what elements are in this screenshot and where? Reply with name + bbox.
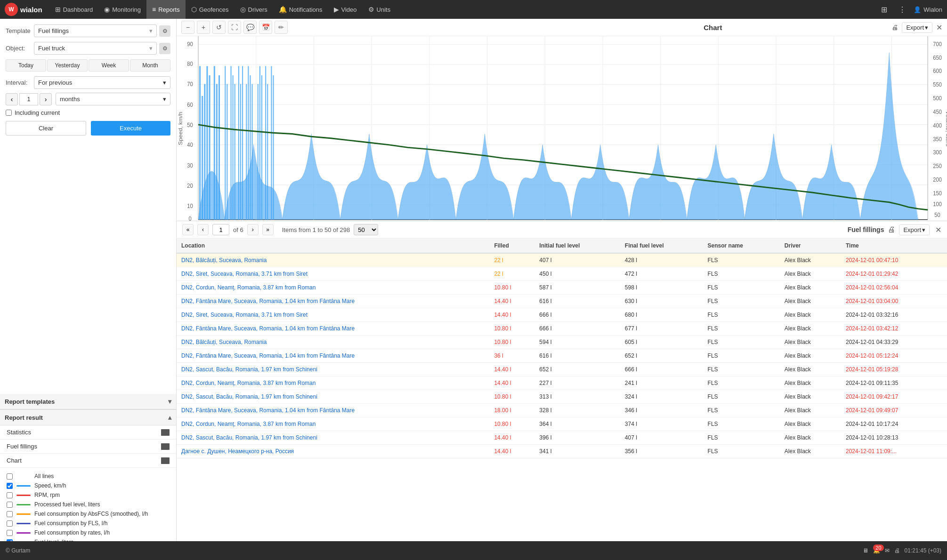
- per-page-select[interactable]: 50 25 100: [354, 224, 378, 235]
- interval-select[interactable]: For previous ▾: [34, 76, 170, 89]
- nav-item-reports[interactable]: ≡Reports: [146, 0, 186, 19]
- date-btn-month[interactable]: Month: [130, 59, 170, 72]
- legend-checkbox[interactable]: [7, 511, 13, 517]
- object-select[interactable]: Fuel truck ▾: [34, 42, 157, 55]
- table-export-btn[interactable]: Export ▾: [899, 224, 930, 235]
- edit-btn[interactable]: ✏: [275, 21, 288, 34]
- last-page-btn[interactable]: »: [262, 224, 274, 235]
- report-result-header[interactable]: Report result ▴: [0, 410, 176, 425]
- legend-line: [16, 513, 31, 515]
- first-page-btn[interactable]: «: [182, 224, 194, 235]
- including-current-checkbox[interactable]: [6, 110, 12, 116]
- legend-item-fuel-consumption-by-absfcs--smoothed---l-h: Fuel consumption by AbsFCS (smoothed), l…: [7, 509, 170, 519]
- result-item-chart[interactable]: Chart: [0, 454, 176, 468]
- cell-driver: Alex Black: [780, 253, 841, 267]
- current-page-input[interactable]: [212, 224, 229, 235]
- user-menu[interactable]: 👤 Wialon: [914, 6, 942, 13]
- cell-location[interactable]: DN2, Bălcăuți, Suceava, Romania: [177, 253, 489, 267]
- cell-location[interactable]: DN2, Bălcăuți, Suceava, Romania: [177, 336, 489, 349]
- cell-location[interactable]: DN2, Cordun, Neamț, Romania, 3.87 km fro…: [177, 281, 489, 295]
- period-select[interactable]: months ▾: [56, 93, 170, 105]
- cell-location[interactable]: DN2, Cordun, Neamț, Romania, 3.87 km fro…: [177, 417, 489, 431]
- prev-page-btn[interactable]: ‹: [197, 224, 209, 235]
- comment-btn[interactable]: 💬: [243, 21, 257, 34]
- cell-location[interactable]: Дагное с. Душен, Неамецкого р-на, Россия: [177, 445, 489, 458]
- legend-checkbox[interactable]: [7, 492, 13, 498]
- cell-location[interactable]: DN2, Fântâna Mare, Suceava, Romania, 1.0…: [177, 404, 489, 417]
- cell-location[interactable]: DN2, Fântâna Mare, Suceava, Romania, 1.0…: [177, 295, 489, 308]
- cell-time: 2024-12-01 09:49:07: [841, 404, 947, 417]
- date-btn-week[interactable]: Week: [89, 59, 129, 72]
- cell-location[interactable]: DN2, Siret, Suceava, Romania, 3.71 km fr…: [177, 308, 489, 322]
- chart-print-btn[interactable]: 🖨: [891, 24, 898, 31]
- cell-location[interactable]: DN2, Sascut, Bacău, Romania, 1.97 km fro…: [177, 390, 489, 404]
- zoom-in-btn[interactable]: +: [197, 21, 210, 34]
- cell-filled: 10.80 l: [489, 390, 534, 404]
- cell-time: 2024-12-01 11:09:...: [841, 445, 947, 458]
- legend-checkbox[interactable]: [7, 530, 13, 536]
- legend-checkbox[interactable]: [7, 520, 13, 527]
- cell-sensor: FLS: [703, 404, 780, 417]
- cell-final: 680 l: [620, 308, 703, 322]
- cell-location[interactable]: DN2, Fântâna Mare, Suceava, Romania, 1.0…: [177, 322, 489, 336]
- zoom-out-btn[interactable]: −: [181, 21, 194, 34]
- nav-item-drivers[interactable]: ◎Drivers: [235, 0, 273, 19]
- bottom-bar: © Gurtam 🖥 🔔 20 ✉ 🖨 01:21:45 (+03): [0, 541, 947, 560]
- more-icon[interactable]: ⋮: [895, 3, 910, 16]
- main-layout: Template Fuel fillings ▾ ⚙ Object: Fuel …: [0, 19, 947, 560]
- chart-export-btn[interactable]: Export ▾: [902, 22, 932, 33]
- template-config-icon[interactable]: ⚙: [159, 25, 170, 37]
- table-close-btn[interactable]: ✕: [935, 225, 941, 234]
- legend-checkbox[interactable]: [7, 502, 13, 508]
- nav-item-geofences[interactable]: ⬡Geofences: [186, 0, 235, 19]
- object-value: Fuel truck: [38, 45, 65, 52]
- message-icon[interactable]: ✉: [885, 547, 890, 554]
- fullscreen-btn[interactable]: ⛶: [228, 21, 241, 34]
- object-config-icon[interactable]: ⚙: [159, 43, 170, 54]
- report-templates-section[interactable]: Report templates ▾: [0, 394, 176, 409]
- result-item-icon: [161, 443, 170, 450]
- cell-location[interactable]: DN2, Fântâna Mare, Suceava, Romania, 1.0…: [177, 349, 489, 363]
- cell-location[interactable]: DN2, Siret, Suceava, Romania, 3.71 km fr…: [177, 267, 489, 281]
- table-print-btn[interactable]: 🖨: [888, 225, 895, 234]
- cell-location[interactable]: DN2, Cordun, Neamț, Romania, 3.87 km fro…: [177, 376, 489, 390]
- reset-zoom-btn[interactable]: ↺: [212, 21, 226, 34]
- monitor-icon[interactable]: 🖥: [863, 547, 868, 554]
- period-arrow: ▾: [163, 96, 166, 103]
- print-icon[interactable]: 🖨: [894, 547, 900, 554]
- cell-location[interactable]: DN2, Sascut, Bacău, Romania, 1.97 km fro…: [177, 431, 489, 445]
- report-result-toggle: ▴: [168, 414, 171, 421]
- legend-checkbox[interactable]: [7, 473, 13, 480]
- svg-text:60: 60: [187, 101, 193, 108]
- cell-filled: 22 l: [489, 267, 534, 281]
- notification-icon[interactable]: 🔔 20: [873, 547, 880, 554]
- object-label: Object:: [6, 45, 34, 52]
- nav-item-notifications[interactable]: 🔔Notifications: [273, 0, 328, 19]
- cell-location[interactable]: DN2, Sascut, Bacău, Romania, 1.97 km fro…: [177, 363, 489, 376]
- legend-label: Fuel consumption by FLS, l/h: [34, 520, 107, 527]
- stepper-next-btn[interactable]: ›: [40, 93, 52, 105]
- next-page-btn[interactable]: ›: [247, 224, 259, 235]
- grid-icon[interactable]: ⊞: [877, 3, 891, 16]
- execute-button[interactable]: Execute: [91, 121, 170, 136]
- legend-item-rpm--rpm: RPM, rpm: [7, 490, 170, 500]
- template-value: Fuel fillings: [38, 27, 69, 34]
- nav-item-units[interactable]: ⚙Units: [363, 0, 397, 19]
- result-item-statistics[interactable]: Statistics: [0, 425, 176, 440]
- date-btn-yesterday[interactable]: Yesterday: [47, 59, 88, 72]
- cell-final: 677 l: [620, 322, 703, 336]
- stepper-prev-btn[interactable]: ‹: [6, 93, 18, 105]
- result-item-fuel-fillings[interactable]: Fuel fillings: [0, 440, 176, 454]
- cell-final: 407 l: [620, 431, 703, 445]
- chart-close-btn[interactable]: ✕: [936, 23, 942, 32]
- template-select[interactable]: Fuel fillings ▾: [34, 24, 157, 37]
- svg-text:400: 400: [933, 122, 942, 129]
- clear-button[interactable]: Clear: [6, 121, 86, 136]
- legend-checkbox[interactable]: [7, 483, 13, 489]
- calendar-btn[interactable]: 📅: [259, 21, 272, 34]
- nav-item-dashboard[interactable]: ⊞Dashboard: [49, 0, 99, 19]
- nav-item-monitoring[interactable]: ◉Monitoring: [98, 0, 146, 19]
- nav-item-video[interactable]: ▶Video: [328, 0, 363, 19]
- date-btn-today[interactable]: Today: [6, 59, 46, 72]
- cell-sensor: FLS: [703, 308, 780, 322]
